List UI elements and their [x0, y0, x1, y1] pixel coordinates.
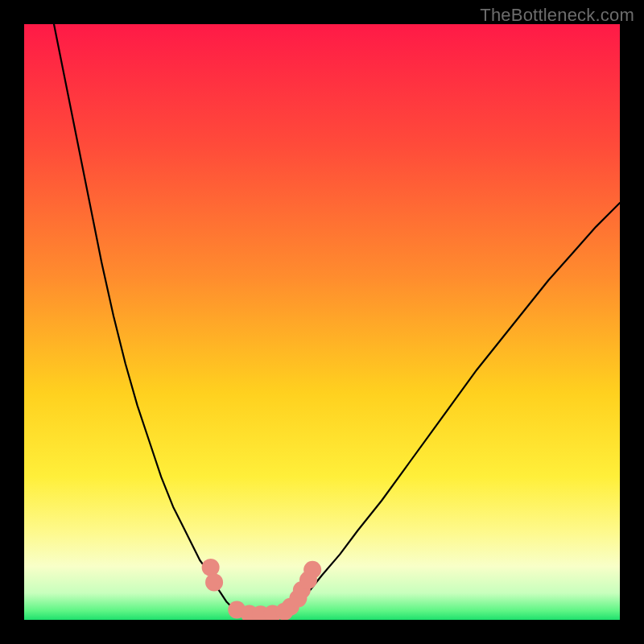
gradient-background — [24, 24, 620, 620]
marker-dot — [205, 573, 223, 591]
plot-svg — [24, 24, 620, 620]
outer-frame: TheBottleneck.com — [0, 0, 644, 644]
plot-area — [24, 24, 620, 620]
marker-dot — [202, 559, 220, 576]
watermark-text: TheBottleneck.com — [480, 5, 634, 26]
marker-dot — [303, 561, 321, 579]
